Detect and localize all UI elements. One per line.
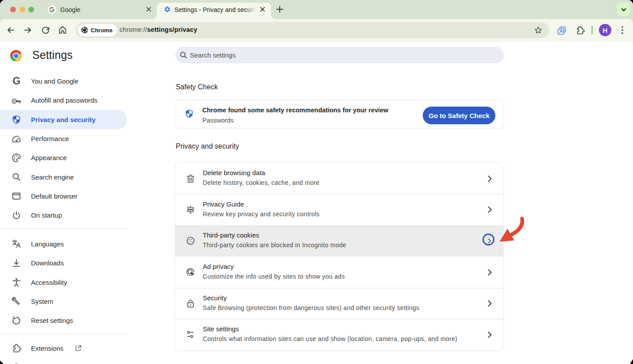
svg-text:G: G [12, 76, 20, 86]
